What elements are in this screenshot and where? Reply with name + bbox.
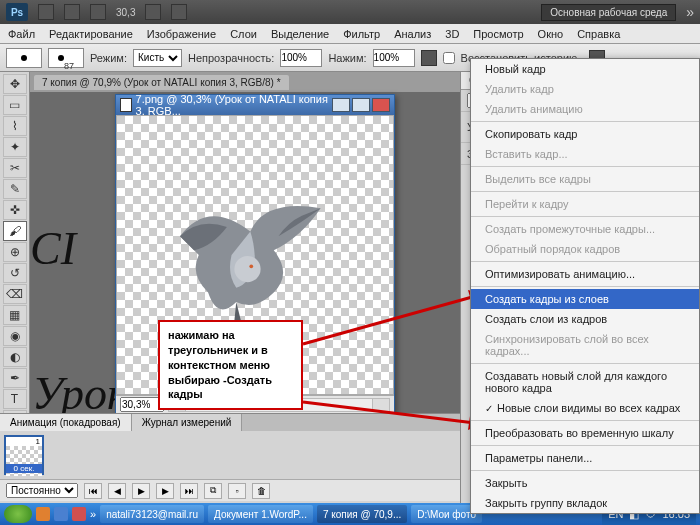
close-button[interactable]: [372, 98, 390, 112]
zoom-icon[interactable]: [171, 4, 187, 20]
airbrush-icon[interactable]: [421, 50, 437, 66]
dodge-tool[interactable]: ◐: [3, 347, 27, 367]
menubar: Файл Редактирование Изображение Слои Выд…: [0, 24, 700, 44]
tween-button[interactable]: ⧉: [204, 483, 222, 499]
doc-tabbar: 7 копия @ 70,9% (Урок от NATALI копия 3,…: [30, 72, 460, 92]
last-frame-button[interactable]: ⏭: [180, 483, 198, 499]
menu-filter[interactable]: Фильтр: [343, 28, 380, 40]
ql-icon[interactable]: [72, 507, 86, 521]
view-icon[interactable]: [90, 4, 106, 20]
menu-item[interactable]: Создать слои из кадров: [471, 309, 699, 329]
taskbar-item[interactable]: natali73123@mail.ru: [100, 505, 204, 523]
brush-preview[interactable]: 87: [48, 48, 84, 68]
tab-animation[interactable]: Анимация (покадровая): [0, 414, 132, 431]
svg-line-4: [303, 402, 483, 424]
eraser-tool[interactable]: ⌫: [3, 284, 27, 304]
doc-title-text: 7.png @ 30,3% (Урок от NATALI копия 3, R…: [136, 93, 328, 117]
marquee-tool[interactable]: ▭: [3, 95, 27, 115]
workspace-selector[interactable]: Основная рабочая среда: [541, 4, 676, 21]
type-tool[interactable]: T: [3, 389, 27, 409]
animation-flyout-menu: Новый кадрУдалить кадрУдалить анимациюСк…: [470, 58, 700, 514]
flow-label: Нажим:: [328, 52, 366, 64]
menu-item: Вставить кадр...: [471, 144, 699, 164]
minimize-button[interactable]: [332, 98, 350, 112]
menu-item[interactable]: Параметры панели...: [471, 448, 699, 468]
eyedropper-tool[interactable]: ✎: [3, 179, 27, 199]
app-header: Ps 30,3 Основная рабочая среда »: [0, 0, 700, 24]
menu-item: Синхронизировать слой во всех кадрах...: [471, 329, 699, 361]
menu-item: Перейти к кадру: [471, 194, 699, 214]
menu-item[interactable]: Скопировать кадр: [471, 124, 699, 144]
lasso-tool[interactable]: ⌇: [3, 116, 27, 136]
hand-icon[interactable]: [145, 4, 161, 20]
history-brush-tool[interactable]: ↺: [3, 263, 27, 283]
menu-layer[interactable]: Слои: [230, 28, 257, 40]
start-button[interactable]: [4, 505, 32, 523]
tab-measure-log[interactable]: Журнал измерений: [132, 414, 243, 431]
menu-item[interactable]: Новые слои видимы во всех кадрах: [471, 398, 699, 418]
flow-input[interactable]: [373, 49, 415, 67]
menu-file[interactable]: Файл: [8, 28, 35, 40]
stamp-tool[interactable]: ⊕: [3, 242, 27, 262]
animation-frame[interactable]: 1 0 сек.: [4, 435, 44, 475]
prev-frame-button[interactable]: ◀: [108, 483, 126, 499]
maximize-button[interactable]: [352, 98, 370, 112]
menu-3d[interactable]: 3D: [445, 28, 459, 40]
play-button[interactable]: ▶: [132, 483, 150, 499]
heal-tool[interactable]: ✜: [3, 200, 27, 220]
next-frame-button[interactable]: ▶: [156, 483, 174, 499]
taskbar-item[interactable]: Документ 1.WordP...: [208, 505, 313, 523]
menu-item[interactable]: Закрыть группу вкладок: [471, 493, 699, 513]
doc-titlebar[interactable]: 7.png @ 30,3% (Урок от NATALI копия 3, R…: [116, 95, 394, 115]
svg-point-1: [249, 264, 253, 268]
menu-item: Создать промежуточные кадры...: [471, 219, 699, 239]
mode-select[interactable]: Кисть: [133, 49, 182, 67]
blur-tool[interactable]: ◉: [3, 326, 27, 346]
header-zoom[interactable]: 30,3: [116, 7, 135, 18]
opacity-input[interactable]: [280, 49, 322, 67]
menu-help[interactable]: Справка: [577, 28, 620, 40]
frame-delay[interactable]: 0 сек.: [6, 464, 42, 473]
tutorial-annotation: нажимаю на треугольничек и в контекстном…: [158, 320, 303, 410]
move-tool[interactable]: ✥: [3, 74, 27, 94]
menu-edit[interactable]: Редактирование: [49, 28, 133, 40]
ql-icon[interactable]: [36, 507, 50, 521]
new-frame-button[interactable]: ▫: [228, 483, 246, 499]
loop-select[interactable]: Постоянно: [6, 483, 78, 498]
taskbar-item[interactable]: 7 копия @ 70,9...: [317, 505, 407, 523]
menu-window[interactable]: Окно: [538, 28, 564, 40]
menu-select[interactable]: Выделение: [271, 28, 329, 40]
arrow-icon: [298, 284, 498, 374]
opacity-label: Непрозрачность:: [188, 52, 274, 64]
menu-item: Удалить кадр: [471, 79, 699, 99]
menu-analysis[interactable]: Анализ: [394, 28, 431, 40]
menu-item[interactable]: Создать кадры из слоев: [471, 289, 699, 309]
gradient-tool[interactable]: ▦: [3, 305, 27, 325]
menu-image[interactable]: Изображение: [147, 28, 216, 40]
svg-line-2: [303, 294, 483, 344]
doc-tab[interactable]: 7 копия @ 70,9% (Урок от NATALI копия 3,…: [34, 75, 289, 90]
menu-view[interactable]: Просмотр: [473, 28, 523, 40]
pen-tool[interactable]: ✒: [3, 368, 27, 388]
bridge-icon[interactable]: [38, 4, 54, 20]
mb-icon[interactable]: [64, 4, 80, 20]
brush-tool[interactable]: 🖌: [3, 221, 27, 241]
first-frame-button[interactable]: ⏮: [84, 483, 102, 499]
svg-point-0: [234, 256, 260, 282]
menu-item[interactable]: Новый кадр: [471, 59, 699, 79]
menu-item[interactable]: Создавать новый слой для каждого нового …: [471, 366, 699, 398]
wand-tool[interactable]: ✦: [3, 137, 27, 157]
menu-item[interactable]: Закрыть: [471, 473, 699, 493]
history-checkbox[interactable]: [443, 52, 455, 64]
arrow-icon: [298, 394, 498, 434]
menu-item[interactable]: Оптимизировать анимацию...: [471, 264, 699, 284]
mode-label: Режим:: [90, 52, 127, 64]
delete-frame-button[interactable]: 🗑: [252, 483, 270, 499]
ql-icon[interactable]: [54, 507, 68, 521]
menu-item: Выделить все кадры: [471, 169, 699, 189]
bg-watermark: CI: [30, 222, 76, 275]
crop-tool[interactable]: ✂: [3, 158, 27, 178]
menu-item[interactable]: Преобразовать во временную шкалу: [471, 423, 699, 443]
doc-icon: [120, 98, 132, 112]
tool-preset-icon[interactable]: [6, 48, 42, 68]
